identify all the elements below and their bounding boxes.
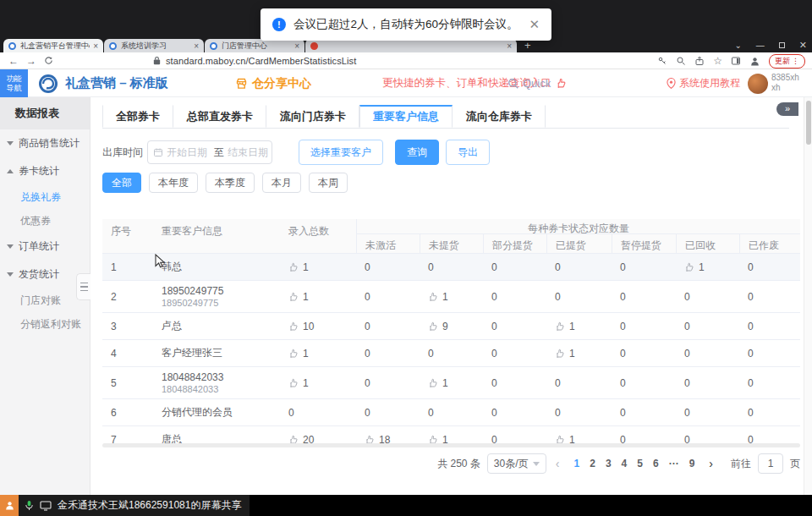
page-number-button[interactable]: 1 [569, 458, 585, 469]
refresh-icon[interactable] [44, 56, 53, 65]
share-center-link[interactable]: 仓分享中心 [235, 69, 311, 97]
end-date-input[interactable] [228, 146, 272, 158]
quick-search[interactable]: Quick [508, 69, 551, 97]
tab-item[interactable]: 全部券卡 [102, 105, 173, 128]
window-restore-button[interactable] [779, 42, 785, 48]
window-close-button[interactable]: ✕ [799, 40, 807, 51]
select-customer-button[interactable]: 选择重要客户 [299, 140, 383, 165]
quick-range-button[interactable]: 本年度 [149, 173, 198, 193]
tab-item[interactable]: 重要客户信息 [359, 105, 453, 128]
page-number-button[interactable]: 9 [684, 458, 700, 469]
tab-item[interactable]: 流向仓库券卡 [453, 105, 546, 128]
zoom-icon[interactable] [676, 56, 686, 66]
prev-page-button[interactable]: ‹ [553, 457, 562, 470]
table-cell-link[interactable]: 1 [420, 370, 483, 396]
meeting-member-icon[interactable] [0, 495, 19, 516]
sidebar-child-item[interactable]: 兑换礼券 [0, 185, 90, 209]
cell-customer[interactable]: 韩总 [153, 254, 280, 280]
url-text[interactable]: standard.maboy.cn/CardMemberStatisticsLi… [166, 56, 356, 66]
key-icon[interactable] [657, 56, 667, 66]
cell-customer[interactable]: 卢总 [153, 313, 280, 339]
new-tab-button[interactable]: + [524, 39, 531, 52]
browser-update-button[interactable]: 更新 ⋮ [769, 54, 805, 69]
next-page-button[interactable]: › [706, 457, 716, 470]
cell-customer[interactable]: 分销代理的会员 [153, 399, 280, 425]
tab-close-icon[interactable]: × [194, 41, 199, 51]
table-cell-link[interactable]: 1 [280, 340, 356, 366]
profile-icon[interactable] [749, 56, 760, 67]
horizontal-scrollbar[interactable] [102, 443, 800, 447]
page-number-button[interactable]: 3 [601, 458, 617, 469]
page-number-button[interactable]: 4 [617, 458, 633, 469]
cell-customer[interactable]: 1804884203318048842033 [153, 367, 280, 398]
table-cell-link[interactable]: 1 [280, 370, 356, 396]
table-cell-link[interactable]: 18 [356, 426, 420, 443]
quick-range-button[interactable]: 本月 [262, 173, 301, 193]
export-button[interactable]: 导出 [446, 140, 490, 165]
sidebar-title: 数据报表 [0, 97, 90, 129]
date-range-picker[interactable]: 至 [147, 140, 272, 164]
browser-tab[interactable]: 系统培训学习× [104, 39, 204, 52]
tutorial-link[interactable]: 系统使用教程 [667, 69, 740, 97]
table-cell-link[interactable]: 10 [280, 313, 356, 339]
sidebar-group-item[interactable]: 订单统计 [0, 233, 90, 261]
cell-customer[interactable]: 唐总 [153, 426, 280, 443]
customer-name: 分销代理的会员 [162, 405, 233, 420]
sidebar-child-item[interactable]: 分销返利对账 [0, 312, 90, 336]
toast-close-icon[interactable]: ✕ [529, 17, 540, 32]
quick-range-button[interactable]: 本季度 [206, 173, 255, 193]
scrollbar-thumb[interactable] [806, 101, 811, 145]
quick-range-button[interactable]: 全部 [102, 173, 141, 193]
sidebar-child-item[interactable]: 优惠券 [0, 209, 90, 233]
avatar[interactable] [748, 74, 768, 94]
table-cell-link[interactable]: 1 [546, 313, 612, 339]
microphone-icon[interactable] [25, 500, 34, 511]
panel-collapse-button[interactable]: » [776, 102, 798, 116]
cell-value: 0 [620, 261, 626, 273]
table-cell-link[interactable]: 9 [420, 313, 483, 339]
tab-item[interactable]: 总部直发券卡 [173, 105, 266, 128]
goto-page-input[interactable] [758, 453, 783, 474]
browser-tab[interactable]: 礼盒营销平台管理中心× [3, 39, 103, 52]
table-cell-link[interactable]: 20 [280, 426, 356, 443]
back-icon[interactable]: ← [8, 55, 19, 67]
vertical-scrollbar[interactable] [804, 97, 812, 495]
page-number-button[interactable]: 6 [648, 458, 664, 469]
nav-toggle[interactable]: 功能 导航 [0, 69, 28, 97]
search-button[interactable]: 查询 [395, 140, 439, 165]
page-number-button[interactable]: 2 [584, 458, 601, 469]
quick-range-button[interactable]: 本周 [309, 173, 348, 193]
page-number-button[interactable]: 5 [632, 458, 648, 469]
table-cell-link[interactable]: 1 [280, 283, 356, 310]
forward-icon[interactable]: → [26, 55, 36, 67]
table-cell-link[interactable]: 1 [280, 254, 356, 280]
sidebar-group-item[interactable]: 商品销售统计 [0, 129, 90, 157]
cell-customer[interactable]: 1895024977518950249775 [153, 281, 280, 312]
table-cell-link[interactable]: 1 [420, 283, 483, 310]
sidebar-collapse-handle[interactable] [76, 273, 91, 300]
window-minimize-button[interactable]: — [756, 41, 765, 50]
cell-value: 0 [491, 261, 497, 273]
screen-share-icon[interactable] [40, 501, 52, 511]
cell-index: 1 [102, 254, 153, 280]
browser-tab[interactable]: 门店管理中心× [205, 39, 304, 52]
start-date-input[interactable] [167, 146, 211, 158]
browser-tab[interactable]: × [305, 39, 517, 52]
table-cell-link[interactable]: 1 [546, 426, 612, 443]
table-cell-link[interactable]: 1 [676, 254, 739, 280]
side-panel-icon[interactable] [731, 56, 741, 66]
table-cell-link[interactable]: 1 [546, 340, 612, 366]
tab-close-icon[interactable]: × [93, 41, 98, 51]
tab-close-icon[interactable]: × [507, 41, 512, 51]
tab-item[interactable]: 流向门店券卡 [266, 105, 359, 128]
cell-customer[interactable]: 客户经理张三 [153, 340, 280, 366]
bookmark-star-icon[interactable]: ☆ [713, 55, 722, 67]
window-menu-icon[interactable]: ⌄ [734, 41, 741, 50]
sidebar-group-item[interactable]: 券卡统计 [0, 157, 90, 185]
table-cell-link[interactable]: 1 [420, 426, 483, 443]
table-cell: 0 [739, 370, 800, 396]
share-icon[interactable] [694, 56, 705, 66]
more-pages-icon[interactable]: ··· [664, 458, 684, 469]
tab-close-icon[interactable]: × [294, 41, 299, 51]
page-size-select[interactable]: 30条/页 [487, 453, 546, 474]
